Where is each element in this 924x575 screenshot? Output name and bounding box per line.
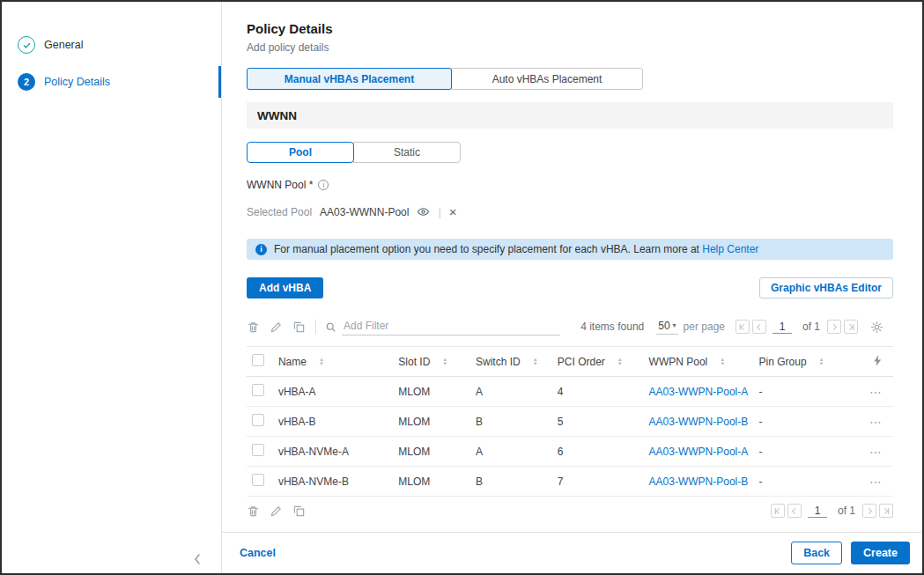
wwnn-section-header: WWNN xyxy=(247,102,893,129)
table-header-row: Name▲▼ Slot ID▲▼ Switch ID▲▼ PCI Order▲▼… xyxy=(247,347,893,377)
next-page-icon[interactable] xyxy=(827,320,841,334)
wizard-step-policy-details[interactable]: 2 Policy Details xyxy=(2,63,221,100)
row-actions-ellipsis-icon[interactable]: ⋯ xyxy=(869,445,883,459)
policy-wizard-screen: General 2 Policy Details Policy Details … xyxy=(0,0,924,575)
wwnn-pool-field-label: WWNN Pool * xyxy=(247,179,313,191)
col-header-pci-order[interactable]: PCI Order▲▼ xyxy=(552,347,644,377)
page-size-select[interactable]: 50▾ xyxy=(656,320,677,335)
items-found-label: 4 items found xyxy=(580,321,644,333)
policy-details-content: Policy Details Add policy details Manual… xyxy=(222,2,922,532)
wwnn-mode-pool[interactable]: Pool xyxy=(247,142,354,163)
table-toolbar: 4 items found 50▾ per page of 1 xyxy=(247,318,893,335)
check-circle-icon xyxy=(18,36,35,54)
create-button[interactable]: Create xyxy=(851,542,910,564)
search-icon xyxy=(325,321,336,333)
cancel-button[interactable]: Cancel xyxy=(240,547,276,559)
selected-pool-row: Selected Pool AA03-WWNN-Pool | × xyxy=(247,204,893,219)
cell-switch-id: B xyxy=(470,467,552,497)
col-header-wwpn-pool[interactable]: WWPN Pool▲▼ xyxy=(644,347,754,377)
cell-pci-order: 4 xyxy=(552,377,644,407)
table-row[interactable]: vHBA-NVMe-B MLOM B 7 AA03-WWPN-Pool-B - … xyxy=(247,467,893,497)
help-center-link[interactable]: Help Center xyxy=(702,243,758,255)
table-row[interactable]: vHBA-A MLOM A 4 AA03-WWPN-Pool-A - ⋯ xyxy=(247,377,893,407)
clone-icon[interactable] xyxy=(292,505,306,518)
sidebar-collapse-button[interactable] xyxy=(193,553,202,565)
sort-icon[interactable]: ▲▼ xyxy=(442,358,447,366)
select-all-checkbox[interactable] xyxy=(252,354,264,366)
back-button[interactable]: Back xyxy=(791,542,842,564)
clone-icon[interactable] xyxy=(292,321,306,334)
vertical-divider: | xyxy=(438,205,440,218)
prev-page-icon[interactable] xyxy=(752,320,766,334)
vhba-table-body: vHBA-A MLOM A 4 AA03-WWPN-Pool-A - ⋯ vHB… xyxy=(247,377,893,497)
col-header-slot-id[interactable]: Slot ID▲▼ xyxy=(393,347,470,377)
step-label-general: General xyxy=(44,39,83,51)
row-checkbox[interactable] xyxy=(252,414,264,426)
table-row[interactable]: vHBA-NVMe-A MLOM A 6 AA03-WWPN-Pool-A - … xyxy=(247,437,893,467)
last-page-icon[interactable] xyxy=(844,320,858,334)
last-page-icon[interactable] xyxy=(879,504,893,518)
sort-icon[interactable]: ▲▼ xyxy=(720,358,725,366)
cell-pin-group: - xyxy=(754,437,860,467)
sort-icon[interactable]: ▲▼ xyxy=(533,358,538,366)
wwpn-pool-link[interactable]: AA03-WWPN-Pool-A xyxy=(649,386,749,398)
selected-pool-label: Selected Pool xyxy=(247,206,312,218)
vhba-table: Name▲▼ Slot ID▲▼ Switch ID▲▼ PCI Order▲▼… xyxy=(247,346,893,497)
row-checkbox[interactable] xyxy=(252,384,264,396)
edit-pencil-icon[interactable] xyxy=(270,505,283,518)
info-icon: i xyxy=(318,180,329,190)
table-row[interactable]: vHBA-B MLOM B 5 AA03-WWPN-Pool-B - ⋯ xyxy=(247,407,893,437)
view-pool-eye-icon[interactable] xyxy=(417,205,430,218)
col-header-pin-group[interactable]: Pin Group▲▼ xyxy=(754,347,860,377)
row-actions-ellipsis-icon[interactable]: ⋯ xyxy=(869,475,883,489)
clear-pool-close-icon[interactable]: × xyxy=(449,204,457,219)
col-header-switch-id[interactable]: Switch ID▲▼ xyxy=(470,347,552,377)
table-settings-gear-icon[interactable] xyxy=(870,321,883,334)
wizard-step-general[interactable]: General xyxy=(2,26,221,63)
row-actions-ellipsis-icon[interactable]: ⋯ xyxy=(869,385,883,399)
tab-auto-vhbas-placement[interactable]: Auto vHBAs Placement xyxy=(451,68,643,90)
first-page-icon[interactable] xyxy=(736,320,750,334)
edit-pencil-icon[interactable] xyxy=(270,321,283,334)
wwpn-pool-link[interactable]: AA03-WWPN-Pool-B xyxy=(649,475,749,488)
wizard-sidebar: General 2 Policy Details xyxy=(2,2,222,573)
first-page-icon[interactable] xyxy=(771,504,785,518)
cell-name: vHBA-NVMe-B xyxy=(273,467,393,497)
graphic-vhbas-editor-button[interactable]: Graphic vHBAs Editor xyxy=(759,277,893,299)
wwpn-pool-link[interactable]: AA03-WWPN-Pool-B xyxy=(649,416,749,428)
sort-icon[interactable]: ▲▼ xyxy=(819,358,824,366)
col-header-name[interactable]: Name▲▼ xyxy=(273,347,393,377)
cell-pci-order: 5 xyxy=(552,407,644,437)
bottom-pagination: of 1 xyxy=(771,504,893,518)
next-page-icon[interactable] xyxy=(862,504,876,518)
sort-icon[interactable]: ▲▼ xyxy=(617,358,623,366)
tab-manual-vhbas-placement[interactable]: Manual vHBAs Placement xyxy=(247,68,452,90)
cell-slot-id: MLOM xyxy=(393,437,470,467)
cell-name: vHBA-A xyxy=(273,377,393,407)
wwnn-mode-static[interactable]: Static xyxy=(353,142,461,163)
row-checkbox[interactable] xyxy=(252,444,264,456)
step-number-badge: 2 xyxy=(18,73,35,91)
info-filled-icon: i xyxy=(255,244,267,255)
banner-text: For manual placement option you need to … xyxy=(274,243,758,255)
top-pagination: of 1 xyxy=(736,320,858,334)
cell-slot-id: MLOM xyxy=(393,407,470,437)
prev-page-icon[interactable] xyxy=(787,504,802,518)
row-actions-ellipsis-icon[interactable]: ⋯ xyxy=(869,415,883,429)
delete-icon[interactable] xyxy=(247,505,260,518)
table-bottom-toolbar: of 1 xyxy=(247,504,893,518)
main-panel: Policy Details Add policy details Manual… xyxy=(222,2,922,573)
add-filter-input[interactable] xyxy=(342,318,560,335)
cell-name: vHBA-NVMe-A xyxy=(273,437,393,467)
column-actions-bolt-icon[interactable] xyxy=(859,347,893,377)
sort-icon[interactable]: ▲▼ xyxy=(319,358,324,366)
add-vhba-button[interactable]: Add vHBA xyxy=(247,277,323,299)
manual-placement-info-banner: i For manual placement option you need t… xyxy=(247,239,893,260)
wwpn-pool-link[interactable]: AA03-WWPN-Pool-A xyxy=(649,446,749,458)
placement-tabs: Manual vHBAs Placement Auto vHBAs Placem… xyxy=(247,68,893,90)
filter-search-group xyxy=(325,318,560,335)
delete-icon[interactable] xyxy=(247,321,260,334)
row-checkbox[interactable] xyxy=(252,474,264,486)
page-number-input[interactable] xyxy=(772,321,792,334)
page-number-input[interactable] xyxy=(808,505,827,518)
